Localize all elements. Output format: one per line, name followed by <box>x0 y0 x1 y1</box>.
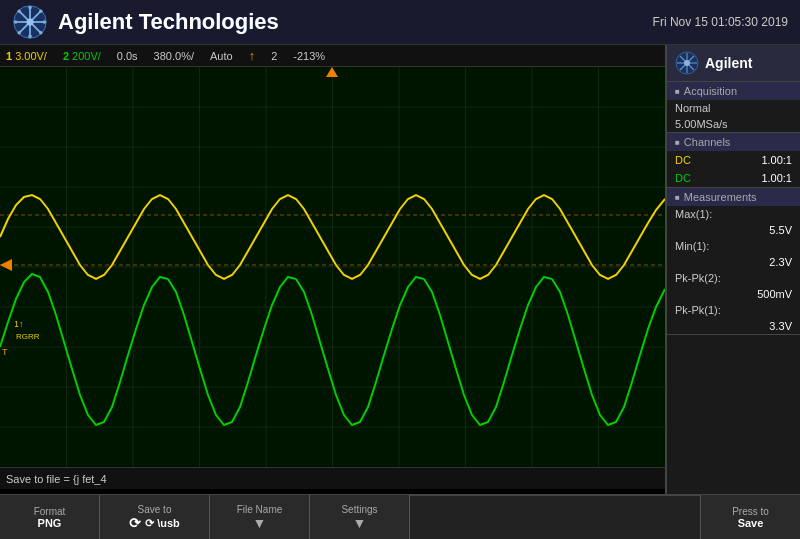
meas3-row: Pk-Pk(2): <box>667 270 800 286</box>
ch1-indicator: 1 3.00V/ <box>6 50 47 62</box>
channels-header: Channels <box>667 133 800 151</box>
header: Agilent Technologies Fri Nov 15 01:05:30… <box>0 0 800 45</box>
file-name-label: File Name <box>237 504 283 515</box>
meas2-value: 2.3V <box>769 256 792 268</box>
meas1-value-row: 5.5V <box>667 222 800 238</box>
acq-mode: Normal <box>675 102 710 114</box>
ch2-ref: 2 <box>271 50 277 62</box>
acquisition-label: Acquisition <box>684 85 737 97</box>
ch1-probe: 1.00:1 <box>761 154 792 166</box>
svg-point-40 <box>684 60 690 66</box>
meas1-label: Max(1): <box>675 208 712 220</box>
footer-toolbar: Format PNG Save to ⟳ ⟳ \usb File Name ▼ … <box>0 494 800 539</box>
measurements-header: Measurements <box>667 188 800 206</box>
datetime: Fri Nov 15 01:05:30 2019 <box>653 15 788 29</box>
oscilloscope-grid: 1↑ RGRR T <box>0 67 665 467</box>
right-agilent-logo <box>675 51 699 75</box>
svg-point-7 <box>14 20 18 24</box>
svg-point-12 <box>17 31 21 35</box>
svg-point-6 <box>28 35 32 39</box>
ch2-scale: 200V/ <box>72 50 101 62</box>
meas2-row: Min(1): <box>667 238 800 254</box>
file-name-arrow-icon: ▼ <box>253 515 267 531</box>
file-name-button[interactable]: File Name ▼ <box>210 495 310 539</box>
acq-rate: 5.00MSa/s <box>675 118 728 130</box>
svg-point-11 <box>39 9 43 13</box>
settings-arrow-icon: ▼ <box>353 515 367 531</box>
agilent-logo <box>12 4 48 40</box>
svg-point-13 <box>26 18 33 25</box>
settings-label: Settings <box>341 504 377 515</box>
meas1-value: 5.5V <box>769 224 792 236</box>
meas2-value-row: 2.3V <box>667 254 800 270</box>
right-panel-header: Agilent <box>667 45 800 82</box>
trigger-mode: Auto <box>210 50 233 62</box>
right-panel: Agilent Acquisition Normal 5.00MSa/s Cha… <box>665 45 800 494</box>
ch1-coupling: DC <box>675 154 691 166</box>
save-bar: Save to file = {j fet_4 <box>0 467 665 489</box>
svg-point-9 <box>17 9 21 13</box>
save-to-value: ⟳ ⟳ \usb <box>129 515 180 531</box>
settings-button[interactable]: Settings ▼ <box>310 495 410 539</box>
acq-rate-row: 5.00MSa/s <box>667 116 800 132</box>
right-brand-name: Agilent <box>705 55 752 71</box>
meas4-value: 3.3V <box>769 320 792 332</box>
save-to-icon: ⟳ <box>129 515 141 531</box>
app-title: Agilent Technologies <box>58 9 279 35</box>
save-to-path: ⟳ \usb <box>145 517 180 530</box>
format-button[interactable]: Format PNG <box>0 495 100 539</box>
meas3-label: Pk-Pk(2): <box>675 272 721 284</box>
status-bar: 1 3.00V/ 2 200V/ 0.0s 380.0%/ Auto ↑ 2 -… <box>0 45 665 67</box>
press-to-label: Press to <box>732 506 769 517</box>
ch2-number: 2 <box>63 50 69 62</box>
ch1-info-row: DC 1.00:1 <box>667 151 800 169</box>
meas2-label: Min(1): <box>675 240 709 252</box>
waveform-display: 1↑ RGRR T <box>0 67 665 467</box>
meas4-row: Pk-Pk(1): <box>667 302 800 318</box>
ch1-rgrr-label: RGRR <box>16 332 40 341</box>
main-area: 1 3.00V/ 2 200V/ 0.0s 380.0%/ Auto ↑ 2 -… <box>0 45 800 494</box>
meas3-value-row: 500mV <box>667 286 800 302</box>
ch2-probe: 1.00:1 <box>761 172 792 184</box>
time-div: 380.0%/ <box>154 50 194 62</box>
ch1-number: 1 <box>6 50 12 62</box>
meas3-value: 500mV <box>757 288 792 300</box>
ch1-label: 1↑ <box>14 319 24 329</box>
channels-section: Channels DC 1.00:1 DC 1.00:1 <box>667 133 800 188</box>
meas1-row: Max(1): <box>667 206 800 222</box>
acq-mode-row: Normal <box>667 100 800 116</box>
time-position: 0.0s <box>117 50 138 62</box>
trigger-arrow-icon: ↑ <box>249 48 256 63</box>
measurements-section: Measurements Max(1): 5.5V Min(1): 2.3V P… <box>667 188 800 335</box>
save-to-label: Save to <box>138 504 172 515</box>
format-label: Format <box>34 506 66 517</box>
acquisition-section: Acquisition Normal 5.00MSa/s <box>667 82 800 133</box>
measurements-label: Measurements <box>684 191 757 203</box>
acquisition-header: Acquisition <box>667 82 800 100</box>
channels-label: Channels <box>684 136 730 148</box>
svg-point-8 <box>43 20 47 24</box>
ch2-info-row: DC 1.00:1 <box>667 169 800 187</box>
voltage-reading: -213% <box>293 50 325 62</box>
trigger-t-label: T <box>2 347 8 357</box>
meas4-label: Pk-Pk(1): <box>675 304 721 316</box>
svg-point-5 <box>28 6 32 10</box>
header-left: Agilent Technologies <box>12 4 279 40</box>
save-file-text: Save to file = {j fet_4 <box>6 473 107 485</box>
meas4-value-row: 3.3V <box>667 318 800 334</box>
press-save-button[interactable]: Press to Save <box>700 495 800 539</box>
ch2-indicator: 2 200V/ <box>63 50 101 62</box>
format-value: PNG <box>38 517 62 529</box>
ch2-coupling: DC <box>675 172 691 184</box>
press-save-value: Save <box>738 517 764 529</box>
save-to-button[interactable]: Save to ⟳ ⟳ \usb <box>100 495 210 539</box>
scope-area: 1 3.00V/ 2 200V/ 0.0s 380.0%/ Auto ↑ 2 -… <box>0 45 665 494</box>
svg-point-10 <box>39 31 43 35</box>
ch1-scale: 3.00V/ <box>15 50 47 62</box>
